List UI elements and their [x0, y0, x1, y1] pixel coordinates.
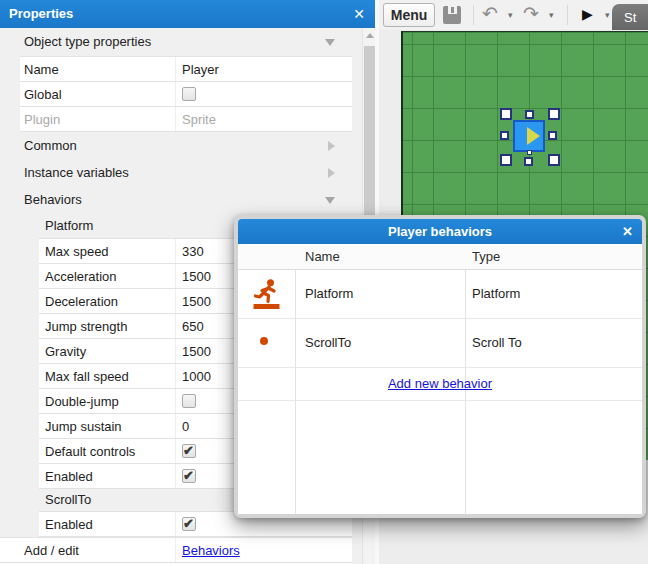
tab-layout[interactable]: St — [612, 4, 648, 30]
behavior-type: Platform — [472, 270, 520, 318]
property-label: Acceleration — [39, 264, 176, 288]
default-controls-checkbox[interactable] — [182, 444, 196, 458]
property-label: Gravity — [39, 339, 176, 363]
dialog-titlebar[interactable]: Player behaviors ✕ — [238, 219, 642, 244]
behavior-row-scrollto[interactable]: ScrollTo Scroll To — [238, 319, 642, 368]
dialog-title: Player behaviors — [388, 224, 492, 239]
menu-button[interactable]: Menu — [383, 3, 435, 27]
behaviors-link[interactable]: Behaviors — [182, 543, 240, 558]
construct-editor-window: Properties ✕ Object type properties Name… — [0, 0, 648, 564]
section-label: Common — [24, 138, 77, 153]
property-label: Max speed — [39, 239, 176, 263]
add-behavior-row: Add new behavior — [238, 368, 642, 401]
section-label: Behaviors — [24, 192, 82, 207]
property-label: Deceleration — [39, 289, 176, 313]
selection-handle-w[interactable] — [500, 131, 509, 140]
scrollto-enabled-checkbox[interactable] — [182, 517, 196, 531]
toolbar-separator — [473, 5, 474, 25]
undo-dropdown-icon[interactable]: ▾ — [508, 10, 513, 20]
undo-icon[interactable]: ↶ — [482, 2, 498, 25]
properties-panel-title: Properties — [9, 0, 73, 28]
property-row-name[interactable]: Name Player — [20, 56, 352, 82]
column-header-type: Type — [472, 244, 500, 269]
section-behaviors[interactable]: Behaviors — [0, 186, 362, 213]
toolbar-separator — [567, 5, 568, 25]
behavior-row-platform[interactable]: Platform Platform — [238, 270, 642, 319]
behavior-type: Scroll To — [472, 319, 522, 367]
property-value[interactable]: Player — [176, 62, 352, 77]
close-icon[interactable]: ✕ — [622, 219, 633, 244]
platform-enabled-checkbox[interactable] — [182, 469, 196, 483]
sprite-origin-marker — [527, 150, 532, 155]
property-label: Jump strength — [39, 314, 176, 338]
save-icon[interactable] — [443, 6, 461, 24]
player-behaviors-dialog: Player behaviors ✕ Name Type — [234, 215, 646, 518]
property-row-add-edit: Add / edit Behaviors — [0, 537, 352, 563]
redo-dropdown-icon[interactable]: ▾ — [549, 10, 554, 20]
chevron-down-icon[interactable] — [325, 197, 335, 204]
scrollbar-thumb[interactable] — [364, 46, 375, 216]
selection-handle-sw[interactable] — [500, 154, 512, 166]
property-label: Name — [20, 57, 176, 81]
sprite-direction-triangle — [527, 127, 540, 145]
dialog-body: Name Type — [238, 244, 642, 514]
selection-handle-s[interactable] — [524, 157, 533, 166]
platform-run-icon — [250, 278, 284, 315]
player-sprite[interactable] — [513, 120, 545, 152]
play-dropdown-icon[interactable]: ▾ — [605, 10, 610, 20]
close-icon[interactable]: ✕ — [353, 0, 365, 28]
selection-handle-se[interactable] — [548, 154, 560, 166]
property-row-plugin: Plugin Sprite — [20, 107, 352, 132]
property-label: Add / edit — [0, 538, 176, 562]
main-toolbar: Menu ↶ ▾ ↷ ▾ ▶ ▾ St — [379, 0, 648, 30]
property-row-global[interactable]: Global — [20, 82, 352, 107]
property-label: Enabled — [39, 512, 176, 536]
property-label: Global — [20, 82, 176, 106]
behaviors-table-header: Name Type — [238, 244, 642, 270]
chevron-right-icon[interactable] — [328, 141, 335, 151]
add-new-behavior-link[interactable]: Add new behavior — [388, 376, 492, 391]
selection-handle-n[interactable] — [525, 110, 534, 119]
property-value: Sprite — [176, 112, 352, 127]
section-object-type-properties[interactable]: Object type properties — [0, 28, 362, 56]
property-label: Jump sustain — [39, 414, 176, 438]
play-icon[interactable]: ▶ — [582, 6, 593, 22]
behavior-name[interactable]: Platform — [305, 270, 353, 318]
section-instance-variables[interactable]: Instance variables — [0, 159, 362, 186]
behavior-name[interactable]: ScrollTo — [305, 319, 351, 367]
column-header-name: Name — [305, 244, 340, 269]
chevron-right-icon[interactable] — [328, 168, 335, 178]
redo-icon[interactable]: ↷ — [523, 2, 539, 25]
section-label: Instance variables — [24, 165, 129, 180]
property-label: Max fall speed — [39, 364, 176, 388]
selection-handle-nw[interactable] — [500, 108, 512, 120]
properties-panel-header[interactable]: Properties ✕ — [0, 0, 375, 28]
global-checkbox[interactable] — [182, 87, 196, 101]
selection-handle-ne[interactable] — [548, 108, 560, 120]
section-common[interactable]: Common — [0, 132, 362, 159]
selection-handle-e[interactable] — [548, 131, 557, 140]
property-label: Enabled — [39, 464, 176, 488]
property-label: Plugin — [20, 107, 176, 131]
property-label: Double-jump — [39, 389, 176, 413]
double-jump-checkbox[interactable] — [182, 394, 196, 408]
section-label: Object type properties — [24, 34, 151, 49]
property-label: Default controls — [39, 439, 176, 463]
chevron-down-icon[interactable] — [325, 39, 335, 46]
